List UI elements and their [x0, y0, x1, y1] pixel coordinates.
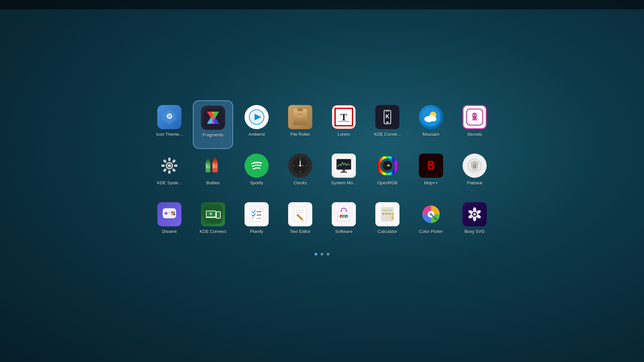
spotify-icon	[245, 154, 269, 178]
planify-icon	[245, 202, 269, 226]
svg-rect-139	[385, 215, 388, 217]
mousam-icon	[419, 105, 443, 129]
svg-text:★: ★	[343, 216, 345, 218]
app-label-color-picker: Color Picker	[419, 229, 443, 234]
svg-rect-23	[338, 121, 349, 122]
app-item-planify[interactable]: Planify	[236, 197, 277, 246]
app-label-bottles: Bottles	[206, 180, 220, 186]
svg-rect-114	[257, 218, 261, 219]
svg-rect-140	[388, 215, 391, 217]
app-item-kde-connect-app[interactable]: K KDE Conne...	[367, 100, 408, 149]
text-editor-icon	[288, 202, 312, 226]
page-dot-2[interactable]	[321, 253, 323, 255]
app-item-icon-theme[interactable]: ⚙ Icon Theme...	[149, 100, 190, 149]
app-label-software: Software	[335, 229, 352, 234]
app-label-kde-connect: KDE Connect	[200, 229, 226, 234]
app-label-fragments: Fragments	[203, 132, 223, 138]
btop-icon: B	[419, 154, 443, 178]
svg-text:+: +	[169, 211, 170, 214]
app-grid: ⚙ Icon Theme...	[149, 100, 495, 246]
app-label-mousam: Mousam	[423, 132, 439, 137]
svg-rect-53	[207, 159, 209, 161]
app-item-secrets[interactable]: 1 Secrets	[454, 100, 495, 149]
app-item-software[interactable]: ★ ★ ★ Software	[324, 197, 364, 246]
app-label-spotify: Spotify	[250, 180, 263, 186]
app-item-clocks[interactable]: Clocks	[280, 149, 320, 197]
svg-rect-18	[334, 108, 353, 109]
svg-rect-27	[385, 111, 389, 112]
openrgb-icon	[375, 154, 399, 178]
app-item-openrgb[interactable]: OpenRGB	[367, 149, 408, 197]
app-item-kde-system[interactable]: KDE Syste...	[149, 149, 190, 197]
svg-text:K: K	[210, 212, 212, 216]
app-item-color-picker[interactable]: Color Picker	[411, 197, 451, 246]
app-label-flatseal: Flatseal	[467, 180, 482, 186]
app-item-calculator[interactable]: 7 8 9 ÷ Calculator	[367, 197, 408, 246]
svg-point-95	[173, 211, 175, 213]
page-dot-3[interactable]	[327, 253, 329, 255]
page-dot-1[interactable]	[315, 253, 317, 255]
svg-point-94	[171, 211, 173, 213]
app-item-bottles[interactable]: Bottles	[193, 149, 233, 197]
app-label-file-roller: File Roller	[290, 132, 310, 137]
svg-point-81	[389, 165, 390, 166]
svg-rect-133	[382, 209, 392, 212]
svg-rect-14	[298, 114, 302, 115]
svg-rect-118	[296, 212, 303, 213]
svg-point-88	[474, 166, 475, 167]
app-label-kde-system: KDE Syste...	[157, 180, 182, 186]
app-item-spotify[interactable]: Spotify	[236, 149, 277, 197]
svg-text:K: K	[385, 114, 389, 119]
svg-rect-66	[300, 171, 301, 173]
svg-text:B: B	[427, 159, 435, 172]
app-item-text-editor[interactable]: Text Editor	[280, 197, 320, 246]
svg-rect-26	[386, 122, 389, 123]
app-item-kde-connect[interactable]: K KDE Connect	[193, 197, 233, 246]
svg-point-72	[300, 165, 301, 167]
app-item-file-roller[interactable]: File Roller	[280, 100, 320, 149]
clocks-icon	[288, 154, 312, 178]
app-item-boxy-svg[interactable]: Boxy SVG	[454, 197, 495, 246]
kde-connect-app-icon: K	[375, 105, 399, 129]
svg-rect-106	[217, 218, 219, 218]
svg-rect-43	[161, 165, 165, 167]
svg-rect-145	[391, 218, 393, 219]
app-label-dissent: Dissent	[162, 229, 176, 234]
app-item-dissent[interactable]: + Dissent	[149, 197, 190, 246]
svg-rect-38	[473, 116, 477, 119]
svg-rect-59	[206, 165, 210, 168]
svg-rect-65	[300, 159, 301, 160]
svg-rect-93	[165, 212, 167, 215]
flatseal-icon	[463, 154, 487, 178]
top-bar	[0, 0, 644, 9]
svg-rect-19	[334, 125, 353, 126]
svg-text:★: ★	[340, 216, 342, 218]
color-picker-icon	[419, 202, 443, 226]
app-item-flatseal[interactable]: Flatseal	[454, 149, 495, 197]
app-item-amberol[interactable]: Amberol	[236, 100, 277, 149]
fragments-icon	[201, 106, 225, 130]
svg-point-96	[171, 213, 173, 215]
app-label-btop: btop++	[424, 180, 438, 186]
svg-rect-112	[257, 215, 261, 216]
app-label-planify: Planify	[250, 229, 263, 234]
svg-rect-142	[382, 218, 385, 219]
svg-rect-138	[382, 215, 385, 217]
svg-rect-102	[206, 217, 216, 218]
secrets-icon: 1	[463, 105, 487, 129]
app-item-system-monitor[interactable]: System Mo...	[324, 149, 364, 197]
app-item-btop[interactable]: B btop++	[411, 149, 451, 197]
app-label-openrgb: OpenRGB	[377, 180, 397, 186]
svg-rect-141	[391, 215, 393, 217]
app-item-lorem[interactable]: T Lorem	[324, 100, 364, 149]
page-dots	[315, 253, 329, 255]
app-label-lorem: Lorem	[338, 132, 350, 137]
svg-point-97	[173, 213, 175, 215]
svg-rect-111	[257, 211, 261, 212]
svg-point-164	[473, 213, 476, 216]
app-item-mousam[interactable]: Mousam	[411, 100, 451, 149]
system-monitor-icon	[332, 154, 356, 178]
app-item-fragments[interactable]: Fragments	[193, 100, 233, 149]
svg-rect-68	[306, 165, 307, 166]
svg-rect-15	[298, 116, 302, 117]
